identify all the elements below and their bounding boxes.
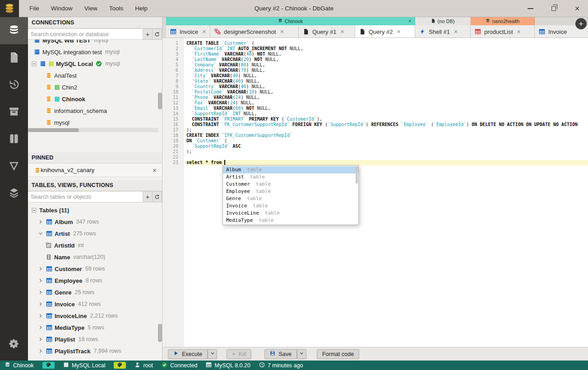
menu-tools[interactable]: Tools — [103, 0, 130, 17]
add-tab-button[interactable]: + — [575, 18, 587, 29]
connection-item[interactable]: MySQL integration testmysql — [28, 46, 162, 58]
code-line[interactable]: `City` VARCHAR(40) NULL, — [186, 73, 588, 79]
chevron-right-icon[interactable] — [38, 325, 43, 330]
autocomplete-item[interactable]: Artisttable — [223, 173, 358, 181]
execute-dropdown-button[interactable] — [208, 349, 217, 359]
rail-item-settings[interactable] — [0, 331, 28, 358]
connections-search-input[interactable] — [28, 28, 143, 40]
autocomplete-scrollbar[interactable] — [356, 166, 358, 183]
rail-item-plugins[interactable] — [0, 180, 28, 207]
autocomplete-item[interactable]: MediaTypetable — [223, 217, 358, 224]
database-item[interactable]: AnalTest — [28, 70, 162, 81]
code-line[interactable]: CONSTRAINT `FK_CustomerSupportRepId` FOR… — [186, 122, 588, 127]
code-line[interactable]: `Phone` VARCHAR(24) NULL, — [186, 95, 588, 100]
close-tab-icon[interactable]: × — [202, 28, 206, 35]
tables-search-input[interactable] — [28, 191, 143, 202]
code-line[interactable]: `FirstName` VARCHAR(40) NOT NULL, — [186, 52, 588, 57]
autocomplete-item[interactable]: Customertable — [223, 181, 358, 188]
close-tab-icon[interactable]: × — [454, 28, 458, 35]
table-item[interactable]: MediaType5 rows — [28, 322, 162, 333]
table-item[interactable]: Artist275 rows — [28, 228, 162, 239]
status-connection-color[interactable] — [114, 362, 126, 369]
execute-button[interactable]: Execute — [168, 349, 208, 359]
minimize-button[interactable] — [527, 5, 534, 12]
chevron-right-icon[interactable] — [38, 301, 43, 307]
code-line[interactable]: `LastName` VARCHAR(20) NOT NULL, — [186, 57, 588, 62]
pinned-item[interactable]: knihovna_v2_canary × — [28, 164, 162, 177]
menu-help[interactable]: Help — [129, 0, 153, 17]
chevron-right-icon[interactable] — [38, 348, 43, 354]
table-item[interactable]: Album347 rows — [28, 216, 162, 228]
code-line[interactable]: CREATE TABLE `Customer` ( — [186, 41, 588, 46]
tab-group-chinook[interactable]: Chinook× — [166, 17, 415, 25]
autocomplete-item[interactable]: InvoiceLinetable — [223, 210, 358, 217]
tables-vscrollbar[interactable] — [158, 324, 162, 342]
database-item[interactable]: Chin2 — [28, 81, 162, 93]
code-line[interactable]: ON `Customer` ( — [186, 138, 588, 144]
rail-item-connections[interactable] — [0, 17, 28, 44]
chevron-right-icon[interactable] — [38, 290, 43, 295]
close-tab-icon[interactable]: × — [280, 28, 284, 35]
tab-productlist[interactable]: productList× — [471, 25, 535, 38]
table-item[interactable]: Playlist18 rows — [28, 333, 162, 345]
format-code-button[interactable]: Format code — [317, 349, 359, 359]
rail-item-files[interactable] — [0, 44, 28, 71]
status-database-color[interactable] — [42, 362, 55, 369]
save-dropdown-button[interactable] — [297, 349, 306, 359]
save-button[interactable]: Save — [264, 349, 297, 359]
refresh-tables-button[interactable] — [153, 191, 162, 202]
code-line[interactable]: `Country` VARCHAR(40) NULL, — [186, 84, 588, 89]
menu-window[interactable]: Window — [45, 0, 79, 17]
tab-group--no-db-[interactable]: (no DB) — [415, 17, 471, 25]
rail-item-filter[interactable] — [0, 153, 28, 180]
restore-button[interactable] — [550, 5, 557, 12]
code-line[interactable]: `Address` VARCHAR(70) NULL, — [186, 68, 588, 73]
add-table-button[interactable]: + — [143, 191, 153, 202]
close-group-icon[interactable]: × — [408, 18, 412, 24]
autocomplete-item[interactable]: Employeetable — [223, 188, 358, 195]
menu-file[interactable]: File — [23, 0, 45, 17]
column-item[interactable]: 1ArtistIdint — [28, 239, 162, 251]
kill-button[interactable]: × Kill — [227, 349, 251, 359]
tab-group-nano2health[interactable]: nano2health — [471, 17, 535, 25]
code-line[interactable] — [186, 155, 588, 160]
chevron-right-icon[interactable] — [38, 219, 43, 225]
tab-designerscreenshot[interactable]: designerScreenshot× — [210, 25, 299, 38]
table-item[interactable]: PlaylistTrack7,994 rows — [28, 345, 162, 357]
autocomplete-item[interactable]: Genretable — [223, 195, 358, 202]
code-line[interactable]: CONSTRAINT `PRIMARY` PRIMARY KEY (`Custo… — [186, 117, 588, 122]
tab-query-2[interactable]: Query #2× — [355, 25, 415, 38]
rail-item-history[interactable] — [0, 71, 28, 98]
rail-item-docs[interactable] — [0, 126, 28, 153]
code-line[interactable]: ); — [186, 149, 588, 155]
collapse-expander-icon[interactable] — [31, 207, 37, 213]
chevron-right-icon[interactable] — [38, 266, 43, 272]
status-user[interactable]: root — [134, 362, 153, 369]
database-item[interactable]: information_schema — [28, 105, 162, 117]
close-tab-icon[interactable]: × — [517, 28, 521, 35]
unpin-icon[interactable]: × — [153, 166, 157, 174]
tables-root-item[interactable]: Tables (11) — [28, 204, 162, 216]
table-item[interactable]: Invoice412 rows — [28, 298, 162, 310]
code-line[interactable]: `Company` VARCHAR(80) NULL, — [186, 62, 588, 68]
refresh-connections-button[interactable] — [153, 28, 162, 40]
code-line[interactable]: `SupportRepId` INT NULL, — [186, 111, 588, 117]
close-tab-icon[interactable]: × — [397, 28, 400, 35]
add-connection-button[interactable]: + — [143, 28, 153, 40]
code-line[interactable]: `Fax` VARCHAR(24) NULL, — [186, 100, 588, 106]
menu-view[interactable]: View — [79, 0, 103, 17]
autocomplete-item[interactable]: Invoicetable — [223, 202, 358, 210]
code-line[interactable]: select * from — [186, 160, 588, 165]
chevron-right-icon[interactable] — [38, 313, 43, 318]
code-line[interactable]: `Email` VARCHAR(60) NOT NULL, — [186, 106, 588, 111]
connection-item[interactable]: MySQL Localmysql — [28, 58, 162, 70]
code-line[interactable]: `PostalCode` VARCHAR(10) NULL, — [186, 89, 588, 95]
code-line[interactable]: CREATE INDEX `IFK_CustomerSupportRepId` — [186, 133, 588, 138]
table-item[interactable]: Customer59 rows — [28, 263, 162, 275]
chevron-down-icon[interactable] — [38, 231, 43, 236]
connection-item[interactable]: MySQL WB TESTmysql — [28, 40, 162, 46]
rail-item-archive[interactable] — [0, 98, 28, 126]
database-item[interactable]: mysql — [28, 117, 162, 128]
collapse-expander-icon[interactable] — [31, 61, 37, 67]
tab-query-1[interactable]: Query #1× — [299, 25, 355, 38]
